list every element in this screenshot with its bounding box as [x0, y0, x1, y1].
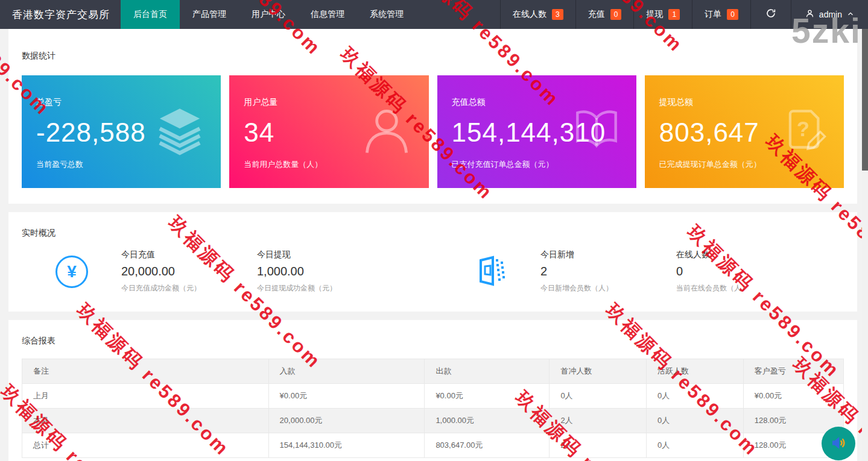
nav-tab-products[interactable]: 产品管理: [180, 0, 239, 29]
brand-title: 香港数字资产交易所: [0, 0, 121, 29]
cell: ¥0.00元: [425, 384, 550, 409]
user-menu[interactable]: admin: [791, 0, 868, 29]
cell: ¥0.00元: [268, 384, 425, 409]
doc-edit-icon: ?: [779, 105, 831, 159]
cell: 1,000.00元: [425, 409, 550, 433]
realtime-panel: 实时概况 ¥ 今日充值 20,000.00 今日充值成功金额（元） 今日提现 1…: [8, 212, 857, 312]
stat-card-total-users: 用户总量 34 当前用户总数量（人）: [229, 75, 428, 188]
cell: 154,144,310.00元: [268, 433, 425, 458]
stat-card-total-profit: 总盈亏 -228,588 当前盈亏总数: [22, 75, 221, 188]
stat-card-caption: 已完成提现订单总金额（元）: [659, 159, 829, 170]
col-header: 客户盈亏: [743, 359, 843, 384]
stat-card-total-recharge: 充值总额 154,144,310 已支付充值订单总金额（元）: [437, 75, 636, 188]
report-panel-title: 综合报表: [22, 336, 844, 347]
yen-circle-icon: ¥: [55, 256, 88, 288]
online-count-badge: 3: [552, 9, 563, 20]
col-header: 入款: [268, 359, 425, 384]
report-header-row: 备注 入款 出款 首冲人数 活跃人数 客户盈亏: [22, 359, 844, 384]
sound-fab[interactable]: [822, 427, 855, 460]
stats-panel-title: 数据统计: [22, 51, 844, 61]
cell: 总计: [22, 433, 269, 458]
cell: 0人: [550, 384, 647, 409]
realtime-stat-recharge: 今日充值 20,000.00 今日充值成功金额（元）: [121, 249, 224, 293]
building-icon: [474, 254, 507, 290]
svg-text:?: ?: [797, 117, 809, 140]
col-header: 首冲人数: [550, 359, 647, 384]
table-row-this-month: 本月 20,000.00元 1,000.00元 2人 0人 128.00元: [22, 409, 844, 433]
top-nav: 香港数字资产交易所 后台首页 产品管理 用户中心 信息管理 系统管理 在线人数 …: [0, 0, 868, 29]
cell: 本月: [22, 409, 269, 433]
book-icon: [570, 104, 623, 160]
table-row-last-month: 上月 ¥0.00元 ¥0.00元 0人 0人 ¥0.00元: [22, 384, 844, 409]
user-icon: [805, 8, 815, 20]
nav-status-online[interactable]: 在线人数 3: [500, 0, 575, 29]
nav-tab-user-center[interactable]: 用户中心: [239, 0, 298, 29]
stat-card-caption: 已支付充值订单总金额（元）: [452, 159, 622, 170]
realtime-stat-new-members: 今日新增 2 今日新增会员数（人）: [540, 249, 643, 293]
chevron-up-icon: [846, 10, 855, 20]
col-header: 备注: [22, 359, 269, 384]
realtime-stat-withdraw: 今日提现 1,000.00 今日提现成功金额（元）: [257, 249, 360, 293]
cell: 0人: [647, 384, 744, 409]
main-content: 数据统计 总盈亏 -228,588 当前盈亏总数 用户总量 34 当前用户总数量…: [0, 29, 868, 461]
cell: 上月: [22, 384, 269, 409]
stat-card-total-withdraw: 提现总额 803,647 已完成提现订单总金额（元） ?: [645, 75, 844, 188]
stat-cards: 总盈亏 -228,588 当前盈亏总数 用户总量 34 当前用户总数量（人） 充…: [22, 75, 844, 188]
order-count-badge: 0: [727, 9, 738, 20]
nav-tabs: 后台首页 产品管理 用户中心 信息管理 系统管理: [121, 0, 416, 29]
cell: 20,000.00元: [268, 409, 425, 433]
nav-tab-home[interactable]: 后台首页: [121, 0, 180, 29]
col-header: 活跃人数: [647, 359, 744, 384]
col-header: 出款: [425, 359, 550, 384]
realtime-row: ¥ 今日充值 20,000.00 今日充值成功金额（元） 今日提现 1,000.…: [22, 249, 844, 293]
cell: 0人: [647, 409, 744, 433]
cell: 2人: [550, 409, 647, 433]
recharge-count-badge: 0: [610, 9, 622, 20]
table-row-total: 总计 154,144,310.00元 803,647.00元 2人 0人 128…: [22, 433, 844, 458]
cell: 0人: [647, 433, 744, 458]
report-panel: 综合报表 备注 入款 出款 首冲人数 活跃人数 客户盈亏 上月 ¥0.: [8, 320, 857, 461]
nav-status-orders[interactable]: 订单 0: [692, 0, 750, 29]
realtime-stat-online: 在线人数 0 当前在线会员数（人）: [676, 249, 779, 293]
nav-right: 在线人数 3 充值 0 提现 1 订单 0 admin: [500, 0, 868, 29]
nav-status-withdraw[interactable]: 提现 1: [633, 0, 692, 29]
cell: 2人: [550, 433, 647, 458]
scrollbar-thumb[interactable]: [862, 29, 868, 171]
username: admin: [819, 10, 842, 19]
layers-icon: [152, 103, 207, 161]
withdraw-count-badge: 1: [668, 9, 680, 20]
realtime-panel-title: 实时概况: [22, 228, 844, 239]
vertical-scrollbar[interactable]: [862, 29, 868, 461]
cell: ¥0.00元: [743, 384, 843, 409]
stats-panel: 数据统计 总盈亏 -228,588 当前盈亏总数 用户总量 34 当前用户总数量…: [8, 29, 857, 204]
nav-tab-system[interactable]: 系统管理: [357, 0, 416, 29]
refresh-icon: [765, 8, 776, 21]
nav-status-recharge[interactable]: 充值 0: [575, 0, 634, 29]
refresh-button[interactable]: [750, 0, 791, 29]
user-outline-icon: [358, 102, 416, 162]
cell: 803,647.00元: [425, 433, 550, 458]
report-table: 备注 入款 出款 首冲人数 活跃人数 客户盈亏 上月 ¥0.00元 ¥0.00元…: [22, 359, 844, 458]
speaker-icon: [829, 434, 847, 454]
nav-tab-info[interactable]: 信息管理: [298, 0, 357, 29]
